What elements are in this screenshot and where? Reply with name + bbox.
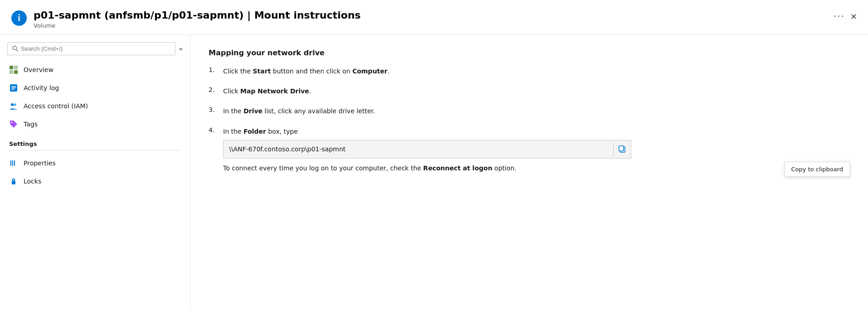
svg-rect-11 <box>11 89 15 90</box>
body: « Overview <box>0 35 868 309</box>
step-3-text-after: list, click any available drive letter. <box>263 107 375 115</box>
step-3-num: 3. <box>209 106 218 113</box>
step-4: 4. In the Folder box, type \\ANF-670f.co… <box>209 126 850 173</box>
sidebar-item-label-iam: Access control (IAM) <box>24 102 88 110</box>
properties-icon <box>9 159 18 168</box>
copy-tooltip: Copy to clipboard <box>785 162 850 177</box>
more-options-button[interactable]: ··· <box>834 11 845 22</box>
step-2-text-before: Click <box>223 87 240 95</box>
sidebar-item-label-activity: Activity log <box>24 84 59 92</box>
svg-rect-4 <box>10 66 13 69</box>
step-4-text: In the Folder box, type <box>223 126 631 136</box>
sidebar-item-label-locks: Locks <box>24 178 41 185</box>
step-3-text-before: In the <box>223 107 244 115</box>
close-button[interactable]: ✕ <box>850 12 857 21</box>
info-icon: i <box>11 10 27 26</box>
step-1-content: Click the Start button and then click on… <box>223 66 390 76</box>
svg-rect-18 <box>12 181 15 184</box>
svg-line-3 <box>16 49 18 51</box>
step-2-content: Click Map Network Drive. <box>223 86 311 96</box>
svg-text:i: i <box>18 13 20 23</box>
reconnect-text-before: To connect every time you log on to your… <box>223 164 423 172</box>
resource-type: Volume <box>34 22 827 29</box>
instructions-title: Mapping your network drive <box>209 48 850 57</box>
sidebar-item-properties[interactable]: Properties <box>0 154 190 172</box>
activity-log-icon <box>9 83 18 92</box>
svg-rect-7 <box>14 70 18 74</box>
sidebar-item-label-overview: Overview <box>24 66 54 73</box>
settings-section-header: Settings <box>0 133 190 150</box>
step-1: 1. Click the Start button and then click… <box>209 66 850 76</box>
step-1-text-before: Click the <box>223 68 253 75</box>
sidebar-item-tags[interactable]: Tags <box>0 115 190 133</box>
collapse-button[interactable]: « <box>179 45 183 52</box>
svg-rect-15 <box>10 160 11 166</box>
svg-rect-20 <box>619 146 624 151</box>
step-4-num: 4. <box>209 126 218 134</box>
instructions-list: 1. Click the Start button and then click… <box>209 66 850 173</box>
step-1-bold2: Computer <box>352 68 388 75</box>
settings-divider <box>9 150 181 150</box>
search-input[interactable] <box>21 45 170 52</box>
svg-point-2 <box>13 46 16 50</box>
folder-input-container: \\ANF-670f.contoso.corp\p01-sapmnt <box>223 140 631 158</box>
step-3-bold1: Drive <box>244 107 263 115</box>
sidebar-item-label-properties: Properties <box>24 159 56 167</box>
header-text-block: p01-sapmnt (anfsmb/p1/p01-sapmnt) | Moun… <box>34 9 827 29</box>
step-2-bold1: Map Network Drive <box>240 87 309 95</box>
svg-rect-9 <box>11 86 16 87</box>
overview-icon <box>9 65 18 74</box>
folder-path-value: \\ANF-670f.contoso.corp\p01-sapmnt <box>224 140 613 158</box>
copy-icon <box>618 145 626 153</box>
page-title: p01-sapmnt (anfsmb/p1/p01-sapmnt) | Moun… <box>34 9 827 22</box>
reconnect-bold: Reconnect at logon <box>423 164 493 172</box>
sidebar-item-overview[interactable]: Overview <box>0 61 190 79</box>
step-2-text-after: . <box>309 87 311 95</box>
step-4-text-before: In the <box>223 128 244 135</box>
step-2-num: 2. <box>209 86 218 93</box>
step-4-bold1: Folder <box>244 128 266 135</box>
step-1-text-after: . <box>387 68 389 75</box>
locks-icon <box>9 177 18 186</box>
step-3-content: In the Drive list, click any available d… <box>223 106 375 116</box>
reconnect-text-after: option. <box>493 164 517 172</box>
step-1-num: 1. <box>209 66 218 73</box>
svg-rect-17 <box>14 160 15 166</box>
page-header: i p01-sapmnt (anfsmb/p1/p01-sapmnt) | Mo… <box>0 0 868 35</box>
search-row: « <box>0 42 190 61</box>
svg-point-13 <box>14 103 16 106</box>
sidebar-item-iam[interactable]: Access control (IAM) <box>0 97 190 115</box>
sidebar-item-locks[interactable]: Locks <box>0 172 190 190</box>
sidebar-item-label-tags: Tags <box>24 121 38 128</box>
sidebar: « Overview <box>0 35 190 309</box>
svg-point-12 <box>11 103 14 106</box>
step-3: 3. In the Drive list, click any availabl… <box>209 106 850 116</box>
search-box[interactable] <box>7 42 176 55</box>
header-actions: ··· ✕ <box>834 9 857 22</box>
step-2: 2. Click Map Network Drive. <box>209 86 850 96</box>
step-1-bold1: Start <box>253 68 271 75</box>
step-1-text-mid: button and then click on <box>271 68 352 75</box>
svg-rect-10 <box>11 87 16 88</box>
copy-to-clipboard-button[interactable] <box>613 142 631 156</box>
svg-rect-6 <box>10 70 13 74</box>
iam-icon <box>9 101 18 111</box>
sidebar-item-activity-log[interactable]: Activity log <box>0 79 190 97</box>
reconnect-text: To connect every time you log on to your… <box>223 163 631 173</box>
svg-rect-16 <box>12 160 13 166</box>
step-4-content: In the Folder box, type \\ANF-670f.conto… <box>223 126 631 173</box>
tags-icon <box>9 120 18 129</box>
main-content: Mapping your network drive 1. Click the … <box>190 35 868 309</box>
step-4-text-after: box, type <box>266 128 298 135</box>
svg-point-14 <box>11 121 13 123</box>
search-icon <box>12 45 18 52</box>
svg-rect-5 <box>14 66 18 69</box>
